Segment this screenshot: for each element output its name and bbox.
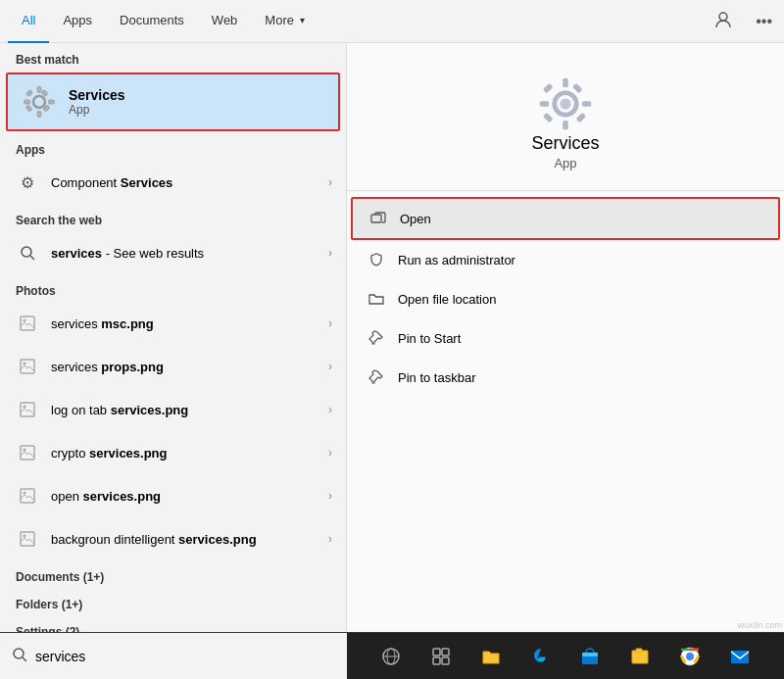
svg-point-13: [24, 319, 26, 322]
action-open-location[interactable]: Open file location: [347, 279, 784, 318]
file-manager-icon[interactable]: [624, 641, 656, 672]
svg-point-10: [22, 247, 31, 257]
search-box[interactable]: services: [0, 633, 347, 679]
tab-more[interactable]: More ▾: [251, 0, 318, 43]
photo-icon-6: [14, 525, 41, 553]
shield-icon: [367, 250, 386, 269]
photo-item-crypto[interactable]: crypto services.png ›: [0, 431, 346, 474]
photo-text-4: crypto services.png: [51, 446, 328, 461]
folder-icon: [367, 289, 386, 309]
photo-text-2: services props.png: [51, 360, 328, 374]
action-open-location-label: Open file location: [398, 292, 496, 307]
virtual-desktops-icon[interactable]: [425, 641, 457, 672]
svg-rect-47: [636, 649, 642, 653]
taskview-icon[interactable]: [375, 641, 407, 672]
chevron-photo-1: ›: [328, 316, 332, 330]
photo-item-msc[interactable]: services msc.png ›: [0, 302, 346, 345]
web-search-item[interactable]: services - See web results ›: [0, 231, 346, 274]
best-match-subtitle: App: [69, 103, 125, 117]
action-open-label: Open: [400, 212, 431, 226]
svg-rect-26: [563, 78, 568, 87]
left-panel: Best match: [0, 43, 347, 632]
svg-rect-28: [540, 101, 549, 107]
photo-item-props[interactable]: services props.png ›: [0, 345, 346, 388]
tab-all[interactable]: All: [8, 0, 49, 43]
action-pin-start[interactable]: Pin to Start: [347, 318, 784, 358]
svg-rect-2: [38, 87, 41, 92]
best-match-item[interactable]: Services App: [6, 73, 340, 131]
svg-rect-40: [433, 649, 440, 655]
more-options-icon[interactable]: •••: [752, 9, 776, 34]
tab-documents[interactable]: Documents: [106, 0, 198, 43]
taskbar: services: [0, 632, 784, 679]
search-panel: All Apps Documents Web More ▾ ••• Best m…: [0, 0, 784, 679]
action-run-admin[interactable]: Run as administrator: [347, 240, 784, 279]
svg-point-1: [33, 96, 45, 108]
mail-icon[interactable]: [724, 641, 756, 672]
svg-rect-20: [21, 489, 34, 503]
photo-text-6: backgroun dintelligent services.png: [51, 532, 328, 547]
svg-line-36: [23, 657, 26, 661]
photo-text-1: services msc.png: [51, 316, 328, 331]
svg-rect-4: [24, 101, 29, 104]
svg-rect-45: [582, 653, 598, 656]
svg-point-19: [24, 449, 26, 452]
svg-rect-33: [543, 113, 554, 123]
svg-rect-50: [731, 651, 749, 663]
main-content: Best match: [0, 43, 784, 632]
best-match-text: Services App: [69, 87, 125, 117]
services-app-icon: [22, 84, 57, 120]
svg-rect-8: [42, 90, 48, 96]
chevron-right-icon-web: ›: [328, 246, 332, 260]
photo-icon-1: [14, 310, 41, 337]
watermark: wux9n.com: [737, 620, 782, 630]
photo-item-logon[interactable]: log on tab services.png ›: [0, 388, 346, 431]
photo-item-open[interactable]: open services.png ›: [0, 474, 346, 517]
photo-item-background[interactable]: backgroun dintelligent services.png ›: [0, 517, 346, 560]
services-large-icon: [536, 74, 595, 133]
chrome-icon[interactable]: [674, 641, 706, 672]
photo-icon-3: [14, 396, 41, 423]
photo-icon-5: [14, 482, 41, 509]
svg-rect-12: [21, 316, 34, 330]
best-match-label: Best match: [0, 43, 346, 71]
web-section-label: Search the web: [0, 204, 346, 231]
tab-apps[interactable]: Apps: [49, 0, 106, 43]
chevron-photo-2: ›: [328, 360, 332, 373]
svg-point-15: [24, 363, 26, 365]
store-icon[interactable]: [574, 641, 606, 672]
photo-text-3: log on tab services.png: [51, 403, 328, 417]
tabs-right-icons: •••: [710, 7, 776, 36]
action-pin-taskbar-label: Pin to taskbar: [398, 370, 476, 385]
svg-rect-32: [572, 83, 583, 94]
svg-rect-42: [433, 657, 440, 664]
file-explorer-icon[interactable]: [475, 641, 507, 672]
tab-web[interactable]: Web: [198, 0, 252, 43]
svg-point-25: [560, 98, 570, 109]
svg-rect-16: [21, 403, 34, 416]
action-pin-taskbar[interactable]: Pin to taskbar: [347, 358, 784, 397]
svg-point-35: [14, 649, 24, 658]
tabs-bar: All Apps Documents Web More ▾ •••: [0, 0, 784, 43]
chevron-down-icon: ▾: [300, 15, 305, 25]
svg-rect-22: [21, 532, 34, 546]
apps-section-label: Apps: [0, 133, 346, 161]
svg-rect-34: [371, 215, 381, 222]
action-open[interactable]: Open: [351, 197, 780, 240]
chevron-photo-4: ›: [328, 446, 332, 460]
person-icon[interactable]: [710, 7, 736, 36]
action-list: Open Run as administrator: [347, 191, 784, 403]
edge-icon[interactable]: [525, 641, 557, 672]
component-services-item[interactable]: ⚙ Component Services ›: [0, 161, 346, 204]
svg-rect-3: [38, 112, 41, 117]
component-services-text: Component Services: [51, 175, 328, 190]
svg-rect-9: [26, 106, 32, 112]
right-panel: Services App Open: [347, 43, 784, 632]
best-match-title: Services: [69, 87, 125, 103]
action-run-admin-label: Run as administrator: [398, 253, 515, 267]
settings-section-label: Settings (2): [0, 615, 346, 632]
svg-point-49: [686, 653, 694, 660]
svg-rect-27: [563, 121, 568, 129]
svg-rect-14: [21, 360, 34, 373]
svg-rect-6: [26, 90, 32, 96]
